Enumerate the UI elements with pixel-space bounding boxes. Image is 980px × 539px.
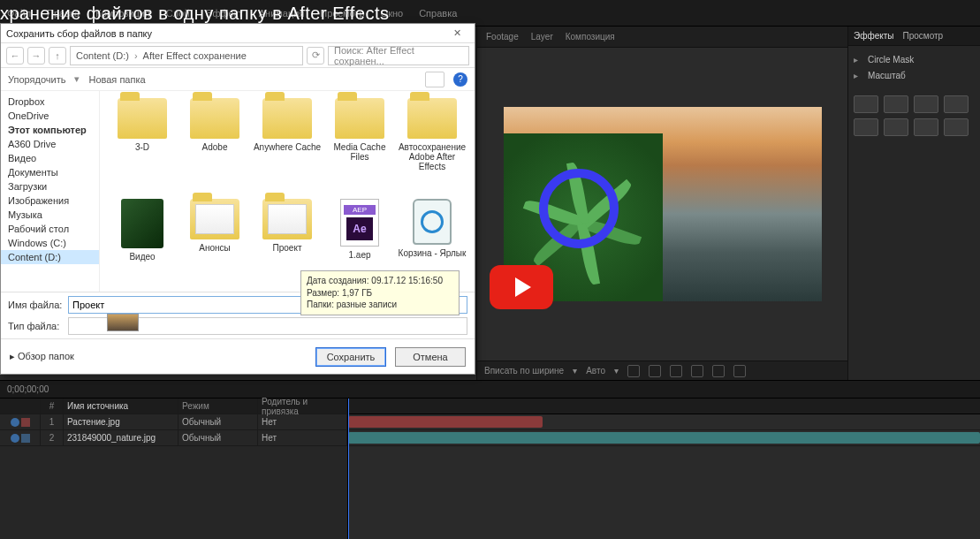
folder-icon <box>335 98 384 139</box>
layer-row[interactable]: 2 231849000_nature.jpg Обычный Нет <box>0 430 347 446</box>
file-item[interactable]: Анонсы <box>179 199 250 292</box>
folder-icon <box>262 98 312 139</box>
eye-icon[interactable] <box>11 418 19 427</box>
layer-bar[interactable] <box>348 432 980 444</box>
composition-viewer: Footage Layer Композиция Вписать по шири… <box>477 27 847 380</box>
layer-mode[interactable]: Обычный <box>179 414 258 429</box>
file-tooltip: Дата создания: 09.17.12 15:16:50 Размер:… <box>300 270 460 315</box>
expand-folders-link[interactable]: ▸ Обзор папок <box>10 351 74 362</box>
menu-help[interactable]: Справка <box>419 8 457 19</box>
layer-row[interactable]: 1 Растение.jpg Обычный Нет <box>0 414 347 430</box>
panel-tab-preview[interactable]: Просмотр <box>902 31 943 41</box>
preset-icon[interactable] <box>914 118 938 136</box>
viewer-tab-layer[interactable]: Layer <box>531 32 553 42</box>
search-input[interactable]: Поиск: After Effect сохранен... <box>328 46 469 65</box>
label-color[interactable] <box>21 418 30 427</box>
breadcrumb-segment[interactable]: After Effect сохранение <box>143 50 247 61</box>
refresh-icon[interactable]: ⟳ <box>307 47 324 65</box>
file-label: Автосохранение Adobe After Effects <box>397 142 467 171</box>
image-thumb-icon <box>121 199 163 248</box>
playhead[interactable] <box>348 399 349 539</box>
tree-item[interactable]: Этот компьютер <box>1 123 99 137</box>
file-grid[interactable]: 3-DAdobeAnywhere CacheMedia Cache FilesА… <box>100 91 475 292</box>
forward-icon[interactable]: → <box>27 47 45 65</box>
file-label: Анонсы <box>199 243 230 253</box>
viewer-tabs: Footage Layer Композиция <box>477 27 847 48</box>
tree-item[interactable]: OneDrive <box>1 109 99 123</box>
timeline-timecode[interactable]: 0;00;00;00 <box>7 384 49 394</box>
file-label: Корзина - Ярлык <box>399 248 467 258</box>
cancel-button[interactable]: Отмена <box>395 347 466 367</box>
effect-row[interactable]: ▸Масштаб <box>854 67 975 83</box>
folder-icon <box>190 98 239 139</box>
file-item[interactable]: 3-D <box>107 98 178 195</box>
navigation-tree[interactable]: DropboxOneDriveЭтот компьютерA360 DriveВ… <box>1 91 100 292</box>
file-item[interactable]: Видео <box>107 199 178 292</box>
exposure-icon[interactable] <box>712 365 725 377</box>
viewer-canvas[interactable] <box>477 48 847 361</box>
file-item[interactable]: Adobe <box>179 98 250 195</box>
breadcrumb[interactable]: Content (D:) › After Effect сохранение <box>70 46 303 65</box>
folder-icon <box>262 199 312 239</box>
tree-item[interactable]: Рабочий стол <box>1 222 99 236</box>
eye-icon[interactable] <box>11 434 19 443</box>
preset-icon[interactable] <box>914 95 938 113</box>
save-button[interactable]: Сохранить <box>315 347 386 367</box>
back-icon[interactable]: ← <box>6 47 24 65</box>
effect-name: Масштаб <box>868 71 975 80</box>
layer-list: # Имя источника Режим Родитель и привязк… <box>0 399 348 539</box>
layer-number: 2 <box>41 430 64 445</box>
tree-item[interactable]: Windows (C:) <box>1 236 99 250</box>
mask-toggle-icon[interactable] <box>649 365 661 377</box>
channel-toggle-icon[interactable] <box>691 365 703 377</box>
tree-item[interactable]: Загрузки <box>1 179 99 194</box>
up-icon[interactable]: ↑ <box>49 47 66 65</box>
organize-menu[interactable]: Упорядочить <box>8 74 65 85</box>
col-parent: Родитель и привязка <box>258 399 347 414</box>
new-folder-button[interactable]: Новая папка <box>88 74 145 85</box>
close-icon[interactable]: ✕ <box>444 27 469 39</box>
layer-parent[interactable]: Нет <box>258 430 347 445</box>
tree-item[interactable]: Content (D:) <box>1 250 99 264</box>
help-icon[interactable]: ? <box>453 72 467 87</box>
layer-parent[interactable]: Нет <box>258 414 347 429</box>
file-item[interactable]: Anywhere Cache <box>252 98 323 195</box>
save-dialog: Сохранить сбор файлов в папку ✕ ← → ↑ Co… <box>0 23 475 375</box>
play-button[interactable] <box>490 265 553 309</box>
file-label: Проект <box>273 243 302 253</box>
guides-toggle-icon[interactable] <box>670 365 682 377</box>
tree-item[interactable]: A360 Drive <box>1 137 99 151</box>
time-ruler[interactable] <box>348 399 980 414</box>
breadcrumb-segment[interactable]: Content (D:) <box>76 50 129 61</box>
resolution-setting[interactable]: Авто <box>586 366 605 376</box>
viewer-tab-comp[interactable]: Композиция <box>566 32 615 42</box>
file-item[interactable]: Автосохранение Adobe After Effects <box>397 98 467 195</box>
panel-tab-effects[interactable]: Эффекты <box>854 31 893 41</box>
tree-item[interactable]: Музыка <box>1 208 99 222</box>
search-placeholder: Поиск: After Effect сохранен... <box>334 45 463 66</box>
preset-icon[interactable] <box>884 95 908 113</box>
snapshot-icon[interactable] <box>733 365 746 377</box>
tree-item[interactable]: Изображения <box>1 194 99 208</box>
tree-item[interactable]: Dropbox <box>1 95 99 109</box>
timeline-tracks[interactable] <box>348 399 980 539</box>
grid-toggle-icon[interactable] <box>627 365 640 377</box>
viewer-tab-footage[interactable]: Footage <box>486 32 519 42</box>
tree-item[interactable]: Видео <box>1 151 99 165</box>
view-mode-icon[interactable] <box>425 72 444 87</box>
col-name: Имя источника <box>64 399 179 414</box>
file-item[interactable]: Media Cache Files <box>324 98 395 195</box>
preset-icon[interactable] <box>854 95 878 113</box>
preset-icon[interactable] <box>944 118 969 136</box>
preset-icon[interactable] <box>854 118 878 136</box>
preset-icon[interactable] <box>944 95 969 113</box>
folder-icon <box>118 98 167 139</box>
file-label: Adobe <box>202 142 228 152</box>
zoom-level[interactable]: Вписать по ширине <box>484 366 564 376</box>
effect-row[interactable]: ▸Circle Mask <box>854 51 975 67</box>
label-color[interactable] <box>21 434 30 443</box>
preset-icon[interactable] <box>884 118 908 136</box>
layer-bar[interactable] <box>348 416 543 428</box>
tree-item[interactable]: Документы <box>1 165 99 179</box>
layer-mode[interactable]: Обычный <box>179 430 258 445</box>
